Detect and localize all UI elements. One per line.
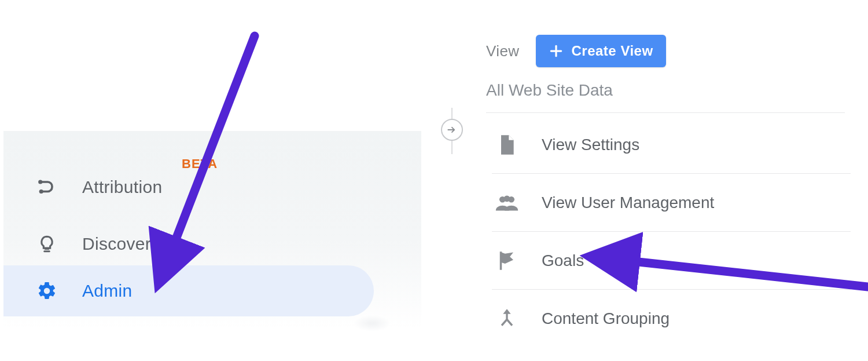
menu-label: Goals (542, 251, 584, 270)
menu-item-user-management[interactable]: View User Management (492, 174, 851, 232)
decorative-blur (346, 312, 398, 335)
menu-label: View Settings (542, 136, 639, 154)
menu-item-goals[interactable]: Goals (492, 232, 851, 290)
file-icon (492, 130, 522, 160)
nav-item-attribution[interactable]: Attribution BETA (3, 166, 374, 209)
view-column-header: View Create View (486, 35, 666, 67)
users-icon (492, 188, 522, 218)
nav-label: Attribution (82, 177, 162, 197)
create-view-label: Create View (572, 43, 653, 59)
menu-item-content-grouping[interactable]: Content Grouping (492, 290, 851, 348)
nav-item-discover[interactable]: Discover (3, 223, 374, 265)
view-column: View Create View All Web Site Data View … (434, 0, 868, 361)
plus-icon (549, 43, 564, 59)
menu-item-view-settings[interactable]: View Settings (492, 116, 851, 174)
nav-item-admin[interactable]: Admin (3, 265, 374, 316)
view-menu: View Settings View User Management Goals… (492, 116, 851, 348)
svg-point-7 (504, 195, 510, 202)
left-nav: Attribution BETA Discover Admin (3, 131, 421, 329)
svg-point-1 (39, 189, 43, 194)
lightbulb-icon (36, 233, 58, 255)
flag-icon (492, 246, 522, 276)
beta-badge: BETA (182, 156, 218, 172)
menu-label: View User Management (542, 194, 714, 212)
nav-label: Discover (82, 234, 151, 254)
menu-label: Content Grouping (542, 309, 670, 328)
nav-label: Admin (82, 281, 133, 301)
gear-icon (36, 280, 58, 302)
attribution-icon (36, 176, 58, 198)
create-view-button[interactable]: Create View (536, 35, 666, 67)
column-label: View (486, 42, 520, 60)
collapse-arrow-icon[interactable] (441, 119, 463, 141)
merge-icon (492, 304, 522, 334)
view-name[interactable]: All Web Site Data (486, 81, 845, 113)
